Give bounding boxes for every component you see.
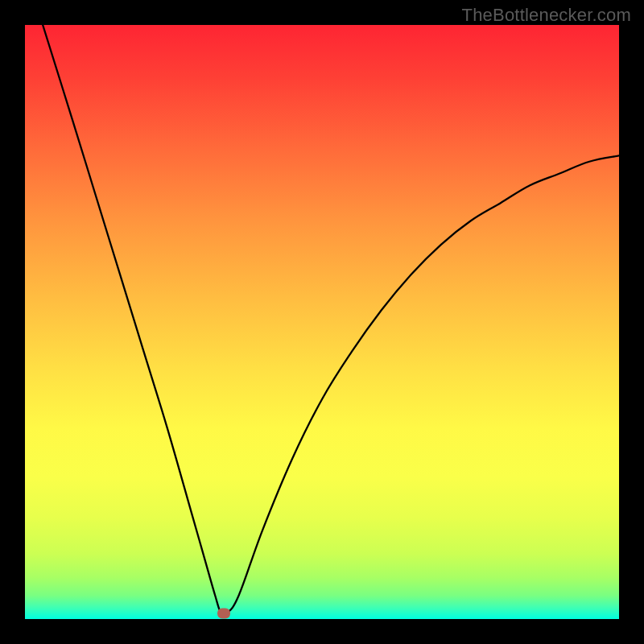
- curve-layer: [25, 25, 619, 619]
- plot-area: [25, 25, 619, 619]
- min-marker: [217, 608, 230, 618]
- chart-frame: TheBottlenecker.com: [0, 0, 644, 644]
- attribution-label: TheBottlenecker.com: [462, 5, 631, 26]
- bottleneck-curve: [43, 25, 619, 616]
